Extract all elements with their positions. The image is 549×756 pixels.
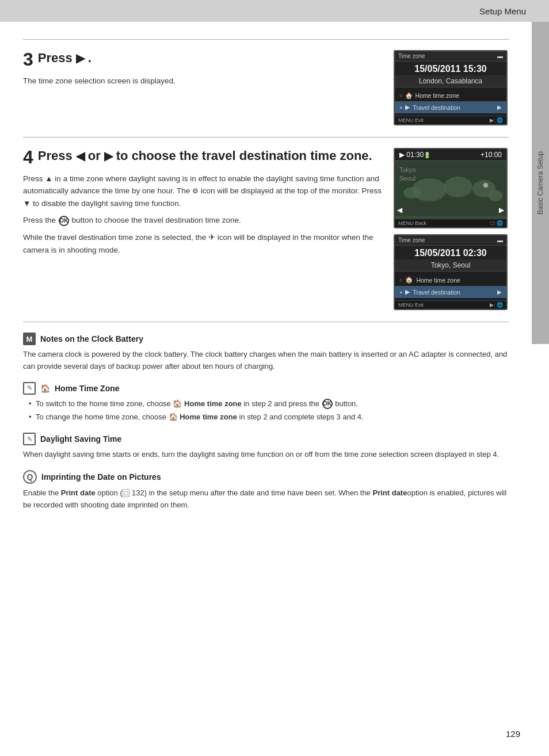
map-header: ▶ 01:30 🔋 +10:00 — [395, 149, 506, 161]
home-icon-note: 🏠 — [40, 384, 50, 393]
step4-number: 4 — [23, 148, 33, 166]
map-offset: +10:00 — [481, 151, 502, 159]
note-clock-body: The camera clock is powered by the clock… — [23, 349, 509, 373]
divider-notes — [23, 322, 509, 322]
map-time-left: ▶ 01:30 — [399, 151, 424, 159]
step3-images: Time zone ▬ 15/05/2011 15:30 London, Cas… — [394, 50, 509, 125]
main-content: 3 Press ▶ . The time zone selection scre… — [0, 22, 532, 532]
home-bullet2-pre: To change the home time zone, choose — [36, 413, 166, 421]
svg-point-4 — [403, 187, 421, 198]
arrow-icon-2: ▶ — [405, 288, 410, 296]
note-home-bullet2: To change the home time zone, choose 🏠 H… — [29, 411, 509, 423]
divider-step4 — [23, 137, 509, 138]
step3-heading-post: . — [88, 50, 92, 67]
step4-para2: Press the OK button to choose the travel… — [23, 214, 382, 227]
note-daylight-title: Daylight Saving Time — [40, 434, 121, 444]
svg-point-6 — [483, 183, 488, 188]
cam-screen1-label: Time zone — [398, 53, 425, 59]
step4-para1: Press ▲ in a time zone where daylight sa… — [23, 173, 382, 210]
step3-left: 3 Press ▶ . The time zone selection scre… — [23, 50, 382, 125]
print-date-refnum: 132 — [132, 488, 144, 497]
page-number: 129 — [506, 729, 520, 739]
travel-icon: ✈ — [208, 233, 215, 242]
cam-screen1-time: 15/05/2011 15:30 — [395, 62, 506, 75]
cam-screen2-menu1: ○ 🏠 Home time zone — [395, 274, 506, 286]
note-home-header: ✎ 🏠 Home Time Zone — [23, 382, 509, 395]
step4-para3: While the travel destination time zone i… — [23, 231, 382, 256]
home-bullet1-mid: in step 2 and press the — [243, 399, 319, 408]
pencil-icon-home: ✎ — [23, 382, 36, 395]
step3-description: The time zone selection screen is displa… — [23, 75, 382, 87]
ok-button-symbol: OK — [59, 216, 69, 226]
cam-screen2-topbar: Time zone ▬ — [395, 235, 506, 246]
note-imprint-body: Enable the Print date option (□ 132) in … — [23, 487, 509, 511]
print-date-bold2: Print date — [372, 488, 407, 497]
svg-point-5 — [489, 190, 502, 201]
print-icon: Q — [23, 470, 37, 484]
home-bullet1-bold: Home time zone — [184, 399, 242, 408]
step4-left-arrow: ◀ — [76, 148, 85, 163]
note-daylight-body: When daylight saving time starts or ends… — [23, 449, 509, 461]
step3-heading-row: 3 Press ▶ . — [23, 50, 382, 72]
map-arrow-right: ▶ — [499, 206, 504, 214]
map-battery-icon: 🔋 — [424, 152, 430, 158]
map-body: Tokyo Seoul — [395, 161, 506, 219]
home-bullet1-pre: To switch to the home time zone, choose — [36, 399, 171, 408]
note-daylight-header: ✎ Daylight Saving Time — [23, 433, 509, 445]
header-bar: Setup Menu — [0, 0, 549, 22]
note-home-zone: ✎ 🏠 Home Time Zone To switch to the home… — [23, 382, 509, 424]
pencil-icon-daylight: ✎ — [23, 433, 36, 445]
map-bottom-left: MENU Back — [398, 220, 426, 226]
cam-screen2-location: Tokyo, Seoul — [395, 259, 506, 272]
home-bullet2-bold: Home time zone — [180, 413, 237, 421]
step4-or-label: or — [88, 148, 101, 165]
step4-press-label: Press — [38, 148, 73, 165]
cam-screen2-bottom-right: ▶: 🌐 — [490, 302, 503, 308]
step3-heading: Press ▶ . — [38, 50, 92, 67]
cam-screen1-topbar: Time zone ▬ — [395, 51, 506, 62]
step4-right-arrow: ▶ — [104, 148, 113, 163]
home-icon-2: 🏠 — [405, 276, 413, 284]
print-date-ref: □ — [123, 489, 130, 497]
note-clock-title: Notes on the Clock Battery — [40, 334, 143, 343]
step3-press-label: Press — [38, 50, 73, 67]
note-home-bullet1: To switch to the home time zone, choose … — [29, 398, 509, 410]
home-icon-inline2: 🏠 — [169, 413, 180, 421]
note-clock-battery: M Notes on the Clock Battery The camera … — [23, 333, 509, 373]
clock-battery-icon: M — [23, 333, 36, 345]
note-clock-header: M Notes on the Clock Battery — [23, 333, 509, 345]
home-bullet1-post: button. — [335, 399, 358, 408]
header-title: Setup Menu — [479, 6, 526, 16]
cam-screen1-location: London, Casablanca — [395, 75, 506, 87]
print-date-bold1: Print date — [61, 488, 96, 497]
ok-circle-home: OK — [322, 399, 333, 409]
cam-screen1-battery: ▬ — [497, 53, 503, 59]
step4-map-screen: ▶ 01:30 🔋 +10:00 Tokyo Seoul — [394, 148, 508, 228]
note-imprint-title: Imprinting the Date on Pictures — [41, 472, 161, 482]
map-bottom-right: □: 🌐 — [491, 220, 503, 226]
cam-screen1-bottom-left: MENU Exit — [398, 117, 424, 123]
map-bottom: MENU Back □: 🌐 — [395, 219, 506, 227]
note-home-title: Home Time Zone — [55, 384, 120, 393]
step4-left: 4 Press ◀ or ▶ to choose the travel dest… — [23, 148, 382, 310]
cam-screen1-menu1: ○ 🏠 Home time zone — [395, 90, 506, 101]
cam-screen1-menu2: ● ▶ Travel destination ▶ — [395, 101, 506, 113]
step3-camera-screen: Time zone ▬ 15/05/2011 15:30 London, Cas… — [394, 50, 508, 125]
step4-images: ▶ 01:30 🔋 +10:00 Tokyo Seoul — [394, 148, 509, 310]
cam-screen2-bottom: MENU Exit ▶: 🌐 — [395, 300, 506, 309]
step3-arrow-symbol: ▶ — [76, 51, 85, 66]
divider-step3 — [23, 39, 509, 40]
cam-screen1-bottom-right: ▶: 🌐 — [490, 117, 503, 123]
step4-camera-screen2: Time zone ▬ 15/05/2011 02:30 Tokyo, Seou… — [394, 234, 508, 310]
step4-heading-post: to choose the travel destination time zo… — [116, 148, 372, 165]
arrow-icon-1: ▶ — [405, 104, 410, 111]
note-daylight: ✎ Daylight Saving Time When daylight sav… — [23, 433, 509, 461]
cam-screen2-menu1-label: Home time zone — [416, 277, 460, 284]
sidebar-tab: Basic Camera Setup — [532, 22, 549, 344]
map-arrow-left: ◀ — [397, 206, 402, 214]
cam-screen2-label: Time zone — [398, 237, 425, 243]
cam-screen1-menu2-label: Travel destination — [413, 104, 460, 111]
print-date-post: option is enabled, pictures will be reco… — [23, 488, 506, 509]
svg-point-2 — [444, 177, 472, 197]
cam-screen1-menu1-label: Home time zone — [415, 92, 459, 99]
